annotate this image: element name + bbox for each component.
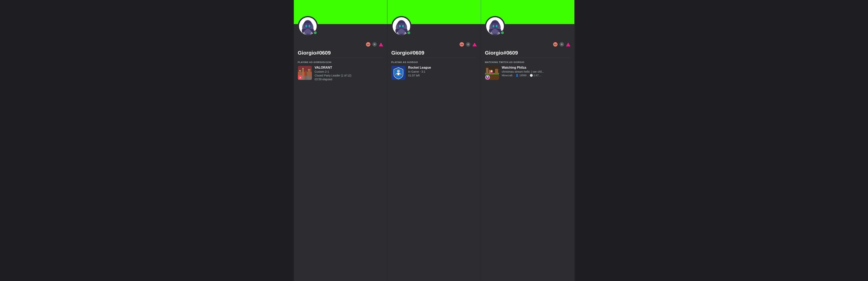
svg-point-6 xyxy=(309,25,310,27)
card-icons-1: 🦇 xyxy=(366,42,383,47)
activity-image-2 xyxy=(392,66,405,80)
activity-detail-3a: christmas stream hello :) we chil... xyxy=(502,70,544,73)
triangle-icon-3[interactable] xyxy=(566,43,570,46)
activity-detail-2b: 01:07 left xyxy=(408,74,431,77)
svg-rect-17 xyxy=(308,69,309,70)
activity-section-3: WATCHING TWITCH AS GIORGIO xyxy=(481,61,575,84)
avatar-wrapper-1 xyxy=(298,16,318,36)
clock-icon: 🕐 xyxy=(530,74,533,77)
avatar-wrapper-2 xyxy=(392,16,411,36)
svg-point-33 xyxy=(399,74,401,75)
activity-title-1: VALORANT xyxy=(315,66,351,69)
svg-rect-44 xyxy=(486,68,488,74)
activity-row-2: Rocket League In Game - 3:1 01:07 left xyxy=(392,66,477,80)
rocket-league-image xyxy=(392,66,405,80)
circle-icon-2[interactable] xyxy=(466,42,470,47)
svg-rect-14 xyxy=(299,70,300,71)
profile-card-3: 🦇 Giorgio#0609 WATCHING TWITCH AS GIORGI… xyxy=(481,0,575,281)
svg-point-40 xyxy=(496,25,497,27)
activity-label-3: WATCHING TWITCH AS GIORGIO xyxy=(485,61,570,63)
cards-container: 🦇 Giorgio#0609 PLAYING AS GIORGIO#1234 xyxy=(294,0,575,281)
svg-rect-16 xyxy=(303,68,303,69)
person-icon: 👤 xyxy=(516,74,519,77)
circle-icon-3[interactable] xyxy=(560,42,564,47)
svg-point-25 xyxy=(399,25,400,27)
profile-section-1: 🦇 xyxy=(294,16,387,47)
svg-point-51 xyxy=(491,70,493,72)
triangle-icon-2[interactable] xyxy=(472,43,477,46)
svg-rect-30 xyxy=(397,73,400,74)
twitch-stream-image xyxy=(485,66,499,80)
profile-section-2: 🦇 xyxy=(388,16,481,47)
online-indicator-2 xyxy=(407,30,411,35)
activity-text-2: Rocket League In Game - 3:1 01:07 left xyxy=(408,66,431,77)
pipe-separator: | xyxy=(514,74,514,77)
profile-card-1: 🦇 Giorgio#0609 PLAYING AS GIORGIO#1234 xyxy=(294,0,388,281)
online-indicator-1 xyxy=(313,30,317,35)
svg-point-39 xyxy=(493,25,494,27)
activity-title-3: Watching Philza xyxy=(502,66,544,69)
profile-card-2: 🦇 Giorgio#0609 PLAYING AS GIORGIO xyxy=(388,0,481,281)
card-icons-2: 🦇 xyxy=(460,42,477,47)
svg-point-52 xyxy=(487,76,488,78)
activity-label-2: PLAYING AS GIORGIO xyxy=(392,61,477,63)
activity-section-1: PLAYING AS GIORGIO#1234 xyxy=(294,61,387,85)
streamer-avatar xyxy=(486,75,490,80)
username-2: Giorgio#0609 xyxy=(388,47,481,58)
username-1: Giorgio#0609 xyxy=(294,47,387,58)
triangle-icon-1[interactable] xyxy=(379,43,383,46)
svg-rect-46 xyxy=(489,70,491,74)
card-icons-3: 🦇 xyxy=(553,42,570,47)
activity-image-1 xyxy=(298,66,312,80)
activity-image-3 xyxy=(485,66,499,80)
bat-icon-2[interactable]: 🦇 xyxy=(460,42,464,47)
svg-rect-47 xyxy=(495,69,498,74)
activity-detail-1a: Custom 2-1 xyxy=(315,70,351,73)
activity-label-1: PLAYING AS GIORGIO#1234 xyxy=(298,61,383,63)
svg-point-26 xyxy=(403,25,403,27)
online-indicator-3 xyxy=(500,30,505,35)
bat-icon-3[interactable]: 🦇 xyxy=(553,42,558,47)
activity-detail-2a: In Game - 3:1 xyxy=(408,70,431,73)
svg-point-5 xyxy=(306,25,306,27)
circle-icon-1[interactable] xyxy=(372,42,377,47)
activity-text-1: VALORANT Custom 2-1 Closed Party Leader … xyxy=(315,66,351,81)
twitch-viewers: 👤 18580 xyxy=(516,74,526,77)
activity-detail-1b: Closed Party Leader (1 of 12) xyxy=(315,74,351,77)
avatar-wrapper-3 xyxy=(485,16,505,36)
svg-point-53 xyxy=(487,78,489,79)
activity-text-3: Watching Philza christmas stream hello :… xyxy=(502,66,544,77)
svg-rect-18 xyxy=(309,69,310,70)
bat-icon-1[interactable]: 🦇 xyxy=(366,42,370,47)
activity-title-2: Rocket League xyxy=(408,66,431,69)
svg-point-32 xyxy=(396,74,397,75)
stream-time: 2:47:... xyxy=(533,74,541,77)
valorant-image xyxy=(298,66,312,80)
activity-row-1: VALORANT Custom 2-1 Closed Party Leader … xyxy=(298,66,383,81)
twitch-time: 🕐 2:47:... xyxy=(530,74,541,77)
activity-detail-1c: 03:59 elapsed xyxy=(315,78,351,81)
svg-rect-15 xyxy=(300,70,301,71)
activity-row-3: Watching Philza christmas stream hello :… xyxy=(485,66,570,80)
profile-section-3: 🦇 xyxy=(481,16,575,47)
twitch-game: Minecraft xyxy=(502,74,513,77)
activity-section-2: PLAYING AS GIORGIO xyxy=(388,61,481,84)
twitch-stats-row: Minecraft | 👤 18580 | 🕐 2:47:... xyxy=(502,74,544,77)
viewer-count: 18580 xyxy=(519,74,526,77)
valorant-badge xyxy=(298,76,302,80)
svg-marker-19 xyxy=(299,77,301,79)
username-3: Giorgio#0609 xyxy=(481,47,575,58)
pipe-separator-2: | xyxy=(528,74,528,77)
